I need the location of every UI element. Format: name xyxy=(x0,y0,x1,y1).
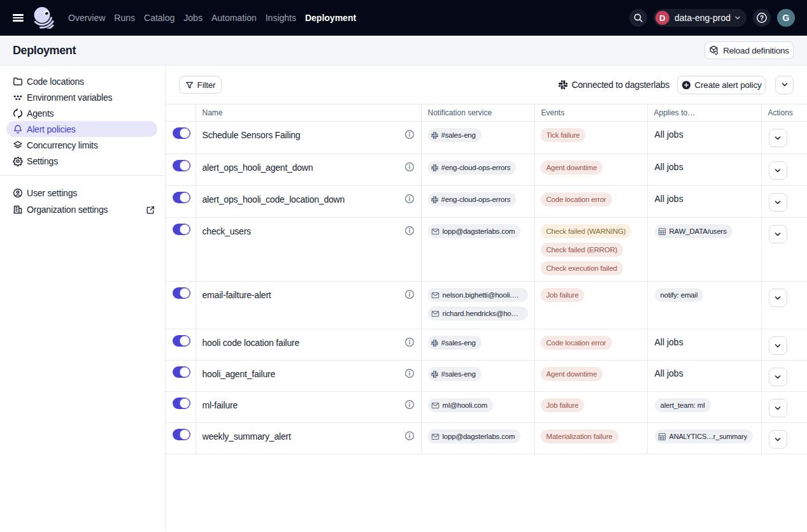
svg-text:?: ? xyxy=(760,14,764,22)
